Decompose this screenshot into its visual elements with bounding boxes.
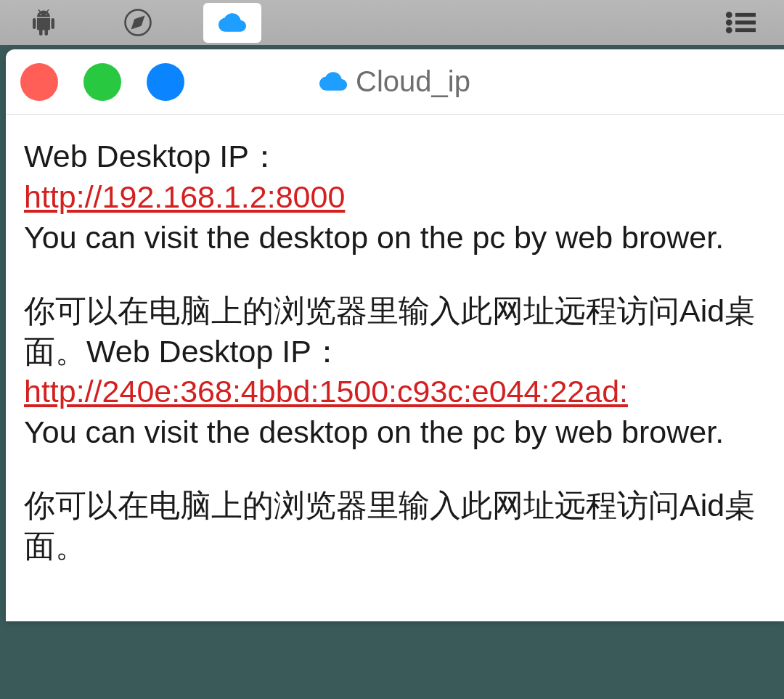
svg-rect-7 [735, 28, 756, 32]
cloud-app-icon[interactable] [203, 3, 261, 43]
ip-block-3: 你可以在电脑上的浏览器里输入此网址远程访问Aid桌面。 [24, 486, 766, 567]
menu-list-icon[interactable] [711, 3, 769, 43]
cn-desc-2: 你可以在电脑上的浏览器里输入此网址远程访问Aid桌面。 [24, 488, 756, 563]
window-titlebar: Cloud_ip [6, 49, 784, 115]
minimize-button[interactable] [83, 63, 121, 101]
window-title: Cloud_ip [319, 65, 470, 98]
ip-block-2: 你可以在电脑上的浏览器里输入此网址远程访问Aid桌面。Web Desktop I… [24, 291, 766, 454]
svg-point-4 [726, 20, 732, 26]
traffic-lights [20, 63, 184, 101]
android-app-icon[interactable] [15, 3, 73, 43]
safari-compass-icon[interactable] [109, 3, 167, 43]
svg-point-6 [726, 27, 732, 33]
svg-rect-3 [735, 13, 756, 17]
ip-link-2[interactable]: http://240e:368:4bbd:1500:c93c:e044:22ad… [24, 374, 628, 409]
ip-label-1: Web Desktop IP： [24, 139, 280, 173]
svg-rect-5 [735, 20, 756, 24]
ip-label-2: Web Desktop IP： [86, 334, 343, 369]
ip-desc-1: You can visit the desktop on the pc by w… [24, 220, 724, 255]
svg-point-2 [726, 12, 732, 18]
content-area: Web Desktop IP： http://192.168.1.2:8000 … [6, 115, 784, 621]
ip-block-1: Web Desktop IP： http://192.168.1.2:8000 … [24, 136, 766, 258]
top-menubar [0, 0, 784, 45]
cloud-icon [319, 65, 347, 98]
app-window: Cloud_ip Web Desktop IP： http://192.168.… [6, 49, 784, 621]
ip-desc-2: You can visit the desktop on the pc by w… [24, 414, 724, 449]
menubar-left-group [15, 3, 261, 43]
maximize-button[interactable] [147, 63, 184, 101]
close-button[interactable] [20, 63, 58, 101]
svg-marker-1 [133, 17, 144, 28]
ip-link-1[interactable]: http://192.168.1.2:8000 [24, 179, 345, 214]
window-title-text: Cloud_ip [356, 65, 470, 98]
